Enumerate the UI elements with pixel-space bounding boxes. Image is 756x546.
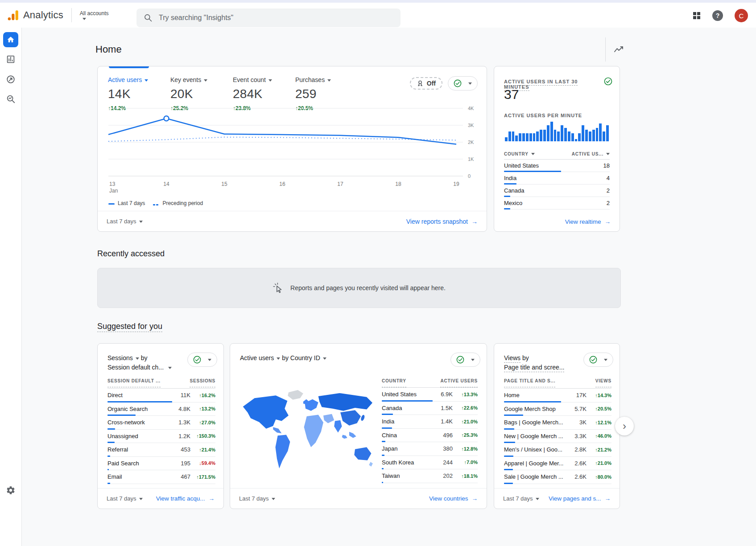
active-users-per-minute-bar <box>536 131 539 141</box>
row-delta: ↑21.0% <box>587 460 611 466</box>
status-ok-dropdown[interactable] <box>583 353 613 367</box>
search-input[interactable] <box>158 13 393 22</box>
gear-icon <box>6 485 16 495</box>
sidebar-item-home[interactable] <box>3 32 18 47</box>
cursor-click-icon <box>273 282 284 294</box>
table-row: Referral453↑21.4% <box>107 443 215 457</box>
active-users-per-minute-bar <box>592 130 595 141</box>
row-delta: ↑14.3% <box>587 393 611 398</box>
check-circle-icon <box>456 356 464 364</box>
view-countries-link[interactable]: View countries→ <box>429 495 478 502</box>
sidebar-item-explore[interactable] <box>3 91 18 107</box>
table-row: Cross-network1.3K↑27.0% <box>107 416 215 430</box>
views-card: Views by Page title and scree... PAGE TI… <box>494 343 620 509</box>
active-users-column-sort[interactable]: ACTIVE US... <box>572 152 610 156</box>
table-row: Organic Search4.8K↑13.2% <box>107 402 215 416</box>
sidebar-item-advertising[interactable] <box>3 72 18 87</box>
insights-sparkline-icon[interactable] <box>611 43 627 56</box>
insights-toggle[interactable]: Off <box>410 77 442 90</box>
status-ok-dropdown[interactable] <box>448 76 478 90</box>
svg-text:14: 14 <box>163 181 169 187</box>
arrow-right-icon: → <box>209 495 215 502</box>
date-range-selector[interactable]: Last 7 days <box>107 218 143 225</box>
row-label: China <box>382 432 437 439</box>
country-column-sort[interactable]: COUNTRY <box>504 152 535 156</box>
analytics-logo[interactable]: Analytics <box>7 9 63 21</box>
row-delta: ↑21.2% <box>587 447 611 452</box>
row-value: 2.6K <box>570 473 587 480</box>
row-delta: ↑21.0% <box>453 419 478 424</box>
row-label: Canada <box>382 405 437 411</box>
view-reports-snapshot-link[interactable]: View reports snapshot→ <box>406 218 478 225</box>
sidebar-item-admin[interactable] <box>3 483 18 498</box>
avatar[interactable]: C <box>735 9 748 22</box>
org-grid-icon[interactable] <box>693 12 701 20</box>
help-icon[interactable]: ? <box>712 10 723 21</box>
active-users-per-minute-bar <box>512 131 515 141</box>
arrow-right-icon: → <box>471 218 478 225</box>
row-label: New | Google Merch ... <box>504 433 570 439</box>
metric-label-text: Event count <box>233 76 266 83</box>
account-selector[interactable]: All accounts <box>80 10 109 20</box>
status-ok-icon[interactable] <box>604 77 612 87</box>
next-cards-button[interactable]: › <box>615 417 634 435</box>
active-users-per-minute-bar <box>561 125 563 141</box>
legend-item-preceding-period: Preceding period <box>153 200 203 207</box>
active-tab-indicator <box>109 66 149 68</box>
row-value: 3K <box>570 419 587 426</box>
chevron-down-icon <box>204 79 207 82</box>
search-icon <box>144 13 153 22</box>
svg-text:13: 13 <box>109 181 116 187</box>
sidebar-item-reports[interactable] <box>3 52 18 67</box>
row-label: Men's / Unisex | Goo... <box>504 446 570 453</box>
row-label: United States <box>382 391 437 398</box>
row-progress-bar <box>382 482 383 483</box>
divider <box>605 37 606 62</box>
active-users-value: 2 <box>607 200 610 206</box>
chevron-down-icon[interactable] <box>323 357 326 360</box>
per-minute-bar-chart <box>505 122 609 141</box>
arrow-right-icon: → <box>472 495 478 502</box>
chevron-down-icon[interactable] <box>136 357 139 360</box>
realtime-card: ACTIVE USERS IN LAST 30 MINUTES 37 ACTIV… <box>494 66 620 232</box>
table-row: New | Google Merch ...3.3K↑46.0% <box>504 430 611 443</box>
row-label: Google Merch Shop <box>504 406 570 412</box>
check-circle-icon <box>589 356 597 364</box>
country-name: United States <box>504 162 539 169</box>
card-dimension-selector[interactable]: Session default ch... <box>107 364 172 371</box>
search-bar[interactable] <box>136 8 401 27</box>
svg-text:17: 17 <box>337 181 343 187</box>
view-pages-and-screens-link[interactable]: View pages and s...→ <box>549 495 611 502</box>
chevron-down-icon <box>604 359 607 361</box>
row-delta: ↑21.4% <box>190 447 215 452</box>
chevron-down-icon <box>139 498 143 500</box>
svg-text:19: 19 <box>453 181 459 187</box>
data-point-marker <box>164 116 169 121</box>
date-range-selector[interactable]: Last 7 days <box>107 495 143 502</box>
row-value: 244 <box>437 459 453 466</box>
home-icon <box>7 36 15 44</box>
dimension-column-header: COUNTRY <box>382 378 406 387</box>
date-range-selector[interactable]: Last 7 days <box>239 495 275 502</box>
row-value: 5.7K <box>570 406 587 412</box>
card-actions: Off <box>410 76 478 90</box>
row-label: Bags | Google Merch... <box>504 419 570 426</box>
row-label: Apparel | Google Mer... <box>504 460 570 467</box>
row-value: 2.8K <box>570 446 587 453</box>
left-nav-rail <box>0 28 22 546</box>
table-row: Mexico2 <box>504 197 610 209</box>
page-title: Home <box>95 44 122 55</box>
country-table: COUNTRY ACTIVE USERS United States6.9K↑1… <box>382 378 478 483</box>
active-users-per-minute-bar <box>564 128 567 141</box>
sessions-card: Sessions by Session default ch... SESSIO… <box>97 343 224 509</box>
view-realtime-link[interactable]: View realtime→ <box>565 218 611 225</box>
table-row: United States6.9K↑13.3% <box>382 388 478 402</box>
status-ok-dropdown[interactable] <box>450 353 480 367</box>
date-range-selector[interactable]: Last 7 days <box>503 495 539 502</box>
row-progress-bar <box>504 483 513 484</box>
row-label: Email <box>107 473 174 480</box>
view-traffic-acquisition-link[interactable]: View traffic acqu...→ <box>156 495 215 502</box>
status-ok-dropdown[interactable] <box>187 353 217 367</box>
metric-label-text: Active users <box>108 76 142 83</box>
table-row: Taiwan202↑18.1% <box>382 469 478 483</box>
